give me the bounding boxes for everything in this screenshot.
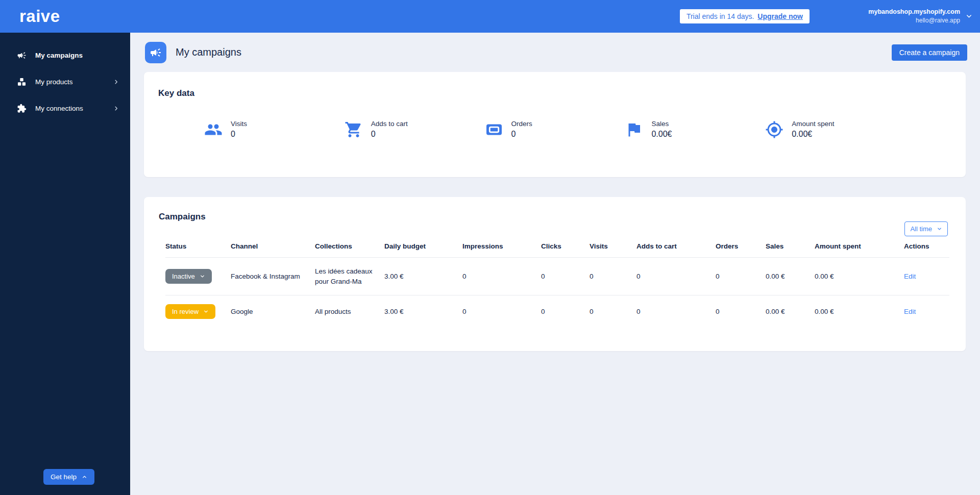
campaigns-title: Campaigns — [159, 212, 966, 222]
stat-value: 0.00€ — [792, 130, 834, 139]
topbar: raive Trial ends in 14 days. Upgrade now… — [0, 0, 980, 33]
stat-text: Sales 0.00€ — [651, 120, 672, 139]
page-title: My campaigns — [176, 46, 241, 58]
page-title-icon-box — [145, 42, 166, 63]
cart-icon — [345, 120, 363, 139]
cell-amount-spent: 0.00 € — [815, 295, 904, 328]
key-data-title: Key data — [158, 88, 951, 98]
megaphone-icon — [150, 46, 162, 59]
chevron-down-icon — [937, 226, 942, 232]
get-help-button[interactable]: Get help — [43, 469, 94, 485]
column-header-daily-budget: Daily budget — [384, 239, 462, 258]
status-badge-label: In review — [172, 308, 199, 315]
time-filter-label: All time — [910, 225, 932, 233]
campaign-row-facebook-instagram: Inactive Facebook & Instagram Les idées … — [165, 258, 949, 295]
create-campaign-button[interactable]: Create a campaign — [892, 44, 967, 61]
cell-channel: Google — [231, 295, 315, 328]
campaigns-table: Status Channel Collections Daily budget … — [165, 239, 949, 328]
column-header-sales: Sales — [766, 239, 815, 258]
key-data-stats: Visits 0 Adds to cart 0 Orders 0 — [158, 120, 951, 139]
stat-visits: Visits 0 — [204, 120, 345, 139]
sidebar-item-label: My campaigns — [35, 52, 83, 59]
column-header-amount-spent: Amount spent — [815, 239, 904, 258]
chevron-down-icon — [965, 13, 973, 20]
cell-adds-to-cart: 0 — [636, 295, 716, 328]
column-header-actions: Actions — [904, 239, 949, 258]
edit-campaign-link[interactable]: Edit — [904, 308, 916, 315]
column-header-channel: Channel — [231, 239, 315, 258]
main-content: My campaigns Create a campaign Key data … — [130, 33, 980, 495]
cell-collections: All products — [315, 295, 384, 328]
cell-orders: 0 — [716, 258, 766, 295]
status-badge-dropdown[interactable]: In review — [165, 304, 215, 319]
time-filter-dropdown[interactable]: All time — [904, 221, 948, 236]
cell-impressions: 0 — [462, 295, 541, 328]
puzzle-icon — [17, 104, 27, 113]
column-header-status: Status — [165, 239, 231, 258]
target-icon — [765, 120, 783, 139]
sidebar-item-my-campaigns[interactable]: My campaigns — [0, 42, 130, 68]
cell-channel: Facebook & Instagram — [231, 258, 315, 295]
sidebar-nav: My campaigns My products My connections — [0, 33, 130, 121]
trial-text: Trial ends in 14 days. — [687, 12, 754, 20]
stat-orders: Orders 0 — [485, 120, 625, 139]
stat-label: Orders — [511, 120, 532, 128]
stat-text: Orders 0 — [511, 120, 532, 139]
sidebar-item-label: My connections — [35, 105, 83, 112]
stat-amount-spent: Amount spent 0.00€ — [765, 120, 905, 139]
trial-banner: Trial ends in 14 days. Upgrade now — [680, 9, 810, 23]
campaigns-card: Campaigns All time Status Channel — [144, 197, 966, 351]
get-help-label: Get help — [51, 473, 77, 481]
cell-impressions: 0 — [462, 258, 541, 295]
table-header-row: Status Channel Collections Daily budget … — [165, 239, 949, 258]
column-header-visits: Visits — [590, 239, 636, 258]
stat-label: Sales — [651, 120, 672, 128]
cell-clicks: 0 — [541, 258, 590, 295]
cell-orders: 0 — [716, 295, 766, 328]
stat-label: Visits — [231, 120, 247, 128]
cell-visits: 0 — [590, 295, 636, 328]
column-header-impressions: Impressions — [462, 239, 541, 258]
megaphone-icon — [17, 51, 27, 60]
cell-daily-budget: 3.00 € — [384, 295, 462, 328]
chevron-right-icon — [113, 106, 119, 111]
stat-label: Amount spent — [792, 120, 834, 128]
cell-amount-spent: 0.00 € — [815, 258, 904, 295]
cell-visits: 0 — [590, 258, 636, 295]
flag-icon — [625, 120, 643, 139]
stat-value: 0.00€ — [651, 130, 672, 139]
column-header-adds-to-cart: Adds to cart — [636, 239, 716, 258]
cell-collections: Les idées cadeaux pour Grand-Ma — [315, 258, 384, 295]
cell-sales: 0.00 € — [766, 295, 815, 328]
campaigns-table-wrap: Status Channel Collections Daily budget … — [165, 239, 949, 328]
stat-label: Adds to cart — [371, 120, 408, 128]
cell-adds-to-cart: 0 — [636, 258, 716, 295]
key-data-card: Key data Visits 0 Adds to cart 0 — [144, 72, 966, 177]
upgrade-now-link[interactable]: Upgrade now — [757, 12, 803, 20]
status-badge-label: Inactive — [172, 273, 195, 280]
sidebar-item-my-connections[interactable]: My connections — [0, 95, 130, 121]
people-icon — [204, 120, 223, 139]
cell-daily-budget: 3.00 € — [384, 258, 462, 295]
account-email: hello@raive.app — [868, 16, 960, 24]
cell-sales: 0.00 € — [766, 258, 815, 295]
column-header-clicks: Clicks — [541, 239, 590, 258]
page-header: My campaigns Create a campaign — [130, 33, 980, 72]
edit-campaign-link[interactable]: Edit — [904, 273, 916, 280]
ticket-icon — [485, 120, 503, 139]
cell-clicks: 0 — [541, 295, 590, 328]
column-header-orders: Orders — [716, 239, 766, 258]
stat-value: 0 — [371, 130, 408, 139]
stat-sales: Sales 0.00€ — [625, 120, 765, 139]
campaign-row-google: In review Google All products 3.00 € 0 0… — [165, 295, 949, 328]
stat-value: 0 — [511, 130, 532, 139]
status-badge-dropdown[interactable]: Inactive — [165, 269, 212, 284]
chevron-down-icon — [203, 309, 209, 314]
stat-text: Visits 0 — [231, 120, 247, 139]
stat-text: Adds to cart 0 — [371, 120, 408, 139]
chevron-right-icon — [113, 79, 119, 85]
chevron-up-icon — [82, 474, 87, 480]
account-menu[interactable]: mybandoshop.myshopify.com hello@raive.ap… — [868, 8, 973, 24]
sidebar-item-label: My products — [35, 78, 73, 86]
sidebar-item-my-products[interactable]: My products — [0, 68, 130, 95]
